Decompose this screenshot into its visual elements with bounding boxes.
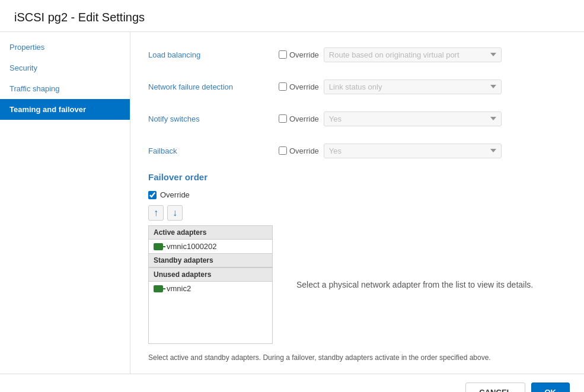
adapter-icon [154, 243, 163, 250]
failover-override-checkbox[interactable] [148, 191, 157, 199]
list-spacer [149, 295, 272, 343]
main-content: Load balancing Override Route based on o… [130, 32, 584, 374]
dialog-body: Properties Security Traffic shaping Team… [0, 32, 584, 374]
notify-switches-override[interactable]: Override [279, 114, 319, 123]
details-text: Select a physical network adapter from t… [296, 280, 533, 289]
dialog-title: iSCSI pg2 - Edit Settings [14, 11, 570, 24]
load-balancing-select[interactable]: Route based on originating virtual port … [324, 47, 502, 62]
sidebar: Properties Security Traffic shaping Team… [0, 32, 130, 374]
failover-override-label: Override [160, 190, 190, 199]
network-failure-override-checkbox[interactable] [279, 82, 287, 91]
adapter-list: Active adapters vmnic1000202 Standby ada… [148, 225, 273, 344]
sidebar-item-properties[interactable]: Properties [0, 37, 130, 58]
standby-adapters-header: Standby adapters [149, 253, 272, 267]
adapter-icon [154, 285, 163, 292]
failover-override-row: Override [148, 190, 566, 199]
ok-button[interactable]: OK [531, 383, 570, 392]
failback-override-checkbox[interactable] [279, 146, 287, 155]
list-item[interactable]: vmnic2 [149, 282, 272, 295]
move-down-button[interactable]: ↓ [167, 205, 183, 221]
load-balancing-override[interactable]: Override [279, 50, 319, 59]
dialog: iSCSI pg2 - Edit Settings Properties Sec… [0, 0, 584, 392]
failover-layout: Active adapters vmnic1000202 Standby ada… [148, 225, 566, 344]
load-balancing-override-checkbox[interactable] [279, 50, 287, 59]
adapter-name: vmnic2 [167, 284, 191, 293]
failback-row: Failback Override Yes No [148, 140, 566, 161]
failback-select[interactable]: Yes No [324, 144, 502, 158]
details-panel: Select a physical network adapter from t… [291, 225, 566, 344]
failback-override[interactable]: Override [279, 146, 319, 155]
network-failure-label: Network failure detection [148, 82, 279, 91]
failover-order-title: Failover order [148, 172, 566, 182]
notify-switches-controls: Override Yes No [279, 111, 502, 126]
dialog-footer: CANCEL OK [0, 374, 584, 392]
adapter-name: vmnic1000202 [167, 242, 217, 251]
sidebar-item-teaming-failover[interactable]: Teaming and failover [0, 99, 130, 120]
network-failure-select[interactable]: Link status only Beacon probing [324, 79, 502, 94]
notify-switches-override-checkbox[interactable] [279, 114, 287, 123]
move-buttons: ↑ ↓ [148, 205, 566, 221]
network-failure-row: Network failure detection Override Link … [148, 76, 566, 97]
dialog-header: iSCSI pg2 - Edit Settings [0, 0, 584, 32]
failover-footer-note: Select active and standby adapters. Duri… [148, 353, 563, 362]
notify-switches-label: Notify switches [148, 114, 279, 123]
failback-controls: Override Yes No [279, 144, 502, 158]
list-item[interactable]: vmnic1000202 [149, 240, 272, 253]
load-balancing-label: Load balancing [148, 50, 279, 59]
notify-switches-row: Notify switches Override Yes No [148, 108, 566, 129]
arrow-up-icon: ↑ [154, 208, 158, 218]
load-balancing-controls: Override Route based on originating virt… [279, 47, 502, 62]
move-up-button[interactable]: ↑ [148, 205, 164, 221]
failback-label: Failback [148, 146, 279, 155]
unused-adapters-header: Unused adapters [149, 267, 272, 282]
load-balancing-row: Load balancing Override Route based on o… [148, 44, 566, 65]
network-failure-override[interactable]: Override [279, 82, 319, 91]
notify-switches-select[interactable]: Yes No [324, 111, 502, 126]
network-failure-controls: Override Link status only Beacon probing [279, 79, 502, 94]
active-adapters-header: Active adapters [149, 226, 272, 240]
arrow-down-icon: ↓ [173, 208, 177, 218]
sidebar-item-security[interactable]: Security [0, 58, 130, 78]
cancel-button[interactable]: CANCEL [465, 383, 525, 392]
sidebar-item-traffic-shaping[interactable]: Traffic shaping [0, 78, 130, 99]
